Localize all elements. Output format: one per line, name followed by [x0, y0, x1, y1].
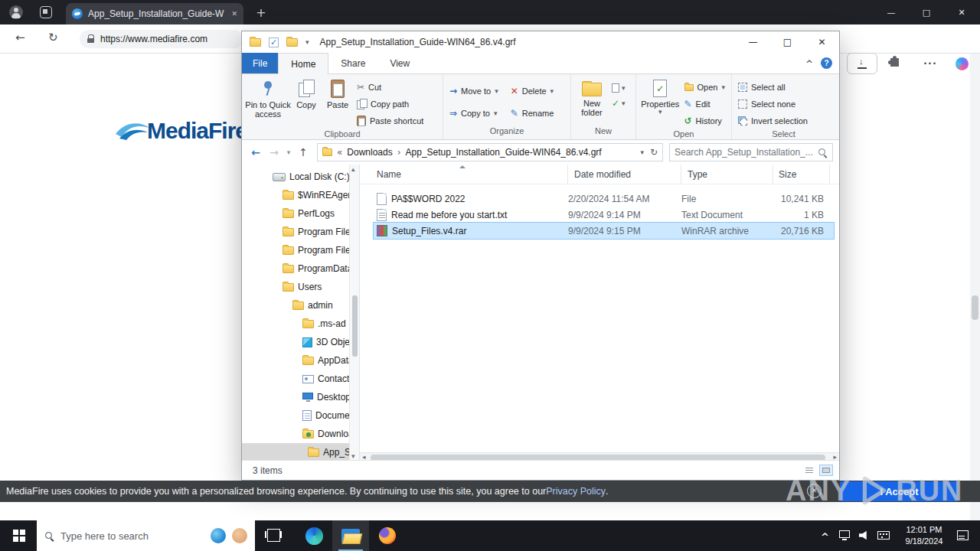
tree-item-program-files-x86[interactable]: Program Files — [242, 241, 349, 259]
task-view-button[interactable] — [265, 529, 282, 542]
avatar-icon[interactable] — [232, 528, 247, 543]
back-button[interactable] — [15, 32, 25, 44]
invert-selection-button[interactable]: Invert selection — [735, 112, 811, 129]
explorer-search-box[interactable] — [669, 143, 833, 161]
folder-icon[interactable] — [250, 38, 261, 47]
breadcrumb-overflow-icon[interactable] — [337, 148, 342, 157]
help-button[interactable]: ? — [821, 57, 832, 69]
tab-share[interactable]: Share — [328, 53, 377, 73]
history-button[interactable]: History — [681, 112, 728, 129]
dismiss-banner-button[interactable] — [807, 484, 822, 498]
edit-button[interactable]: Edit — [681, 96, 728, 112]
privacy-policy-link[interactable]: Privacy Policy — [546, 486, 606, 497]
lock-icon[interactable] — [87, 34, 95, 44]
file-row-password-2022[interactable]: PA$$WORD 2022 2/20/2024 11:54 AM File 10… — [374, 191, 834, 207]
explorer-close-button[interactable] — [818, 37, 825, 47]
extensions-icon[interactable] — [890, 58, 899, 67]
nav-up-button[interactable] — [294, 147, 312, 158]
taskbar-file-explorer-button[interactable] — [332, 520, 369, 551]
tree-scrollbar-thumb[interactable] — [352, 295, 358, 357]
address-refresh-icon[interactable] — [650, 148, 658, 157]
tab-file[interactable]: File — [242, 53, 278, 73]
start-button[interactable] — [8, 520, 31, 551]
nav-back-button[interactable] — [247, 147, 265, 158]
page-scrollbar[interactable] — [970, 54, 980, 520]
select-all-button[interactable]: Select all — [735, 79, 811, 96]
tab-home[interactable]: Home — [278, 53, 328, 74]
taskbar-edge-button[interactable] — [296, 520, 332, 551]
open-button[interactable]: Open — [681, 79, 728, 96]
column-header-date-modified[interactable]: Date modified — [568, 165, 681, 184]
details-view-button[interactable] — [802, 465, 816, 476]
file-row-setup-files-rar[interactable]: Setup_Files.v4.rar 9/9/2024 9:15 PM WinR… — [374, 223, 834, 239]
tab-close-icon[interactable] — [231, 11, 237, 18]
scroll-down-icon[interactable] — [351, 453, 355, 460]
file-row-readme[interactable]: Read me before you start.txt 9/9/2024 9:… — [374, 207, 834, 223]
copy-button[interactable]: Copy — [291, 77, 322, 129]
cut-button[interactable]: Cut — [354, 79, 426, 96]
tab-actions-icon[interactable] — [40, 6, 52, 18]
refresh-button[interactable] — [48, 32, 58, 44]
copilot-icon[interactable] — [956, 57, 969, 70]
taskbar-search-box[interactable] — [37, 520, 255, 551]
taskbar-search-input[interactable] — [60, 530, 204, 542]
easy-access-button[interactable] — [609, 97, 628, 109]
browser-tab[interactable]: App_Setup_Installation_Guide-W — [66, 3, 243, 24]
new-folder-button[interactable]: New folder — [574, 77, 609, 126]
column-header-type[interactable]: Type — [681, 165, 773, 184]
tree-item-documents[interactable]: Documents — [242, 406, 349, 425]
taskbar-firefox-button[interactable] — [369, 520, 406, 551]
paste-shortcut-button[interactable]: Paste shortcut — [354, 112, 426, 129]
window-minimize-button[interactable] — [887, 8, 896, 17]
network-icon[interactable] — [839, 530, 850, 538]
minimize-ribbon-icon[interactable] — [805, 60, 813, 69]
copy-path-button[interactable]: Copy path — [354, 96, 426, 112]
new-tab-button[interactable] — [254, 6, 268, 20]
breadcrumb-downloads[interactable]: Downloads — [347, 147, 392, 158]
volume-icon[interactable] — [859, 530, 869, 540]
nav-forward-button[interactable] — [265, 147, 283, 158]
tree-item-app-setup-selected[interactable]: App_Setu... — [242, 443, 349, 461]
more-menu-button[interactable] — [923, 58, 937, 68]
select-none-button[interactable]: Select none — [735, 96, 811, 112]
explorer-maximize-button[interactable] — [783, 37, 792, 47]
tree-item-downloads[interactable]: Downloads — [242, 425, 349, 443]
tree-scrollbar[interactable] — [349, 165, 359, 461]
tree-item-admin[interactable]: admin — [242, 296, 349, 315]
tree-item-local-disk-c[interactable]: Local Disk (C:) — [242, 168, 349, 186]
explorer-search-input[interactable] — [675, 147, 818, 158]
globe-icon[interactable] — [211, 528, 226, 543]
accept-cookies-button[interactable]: I Accept — [840, 481, 959, 501]
breadcrumb-current[interactable]: App_Setup_Installation_Guide-WIN64_86.v4… — [406, 147, 602, 158]
column-header-name[interactable]: Name — [360, 165, 568, 184]
delete-button[interactable]: Delete — [508, 81, 557, 101]
action-center-icon[interactable] — [957, 530, 969, 540]
properties-button[interactable]: Properties — [639, 77, 681, 129]
tree-item-users[interactable]: Users — [242, 278, 349, 296]
check-icon[interactable] — [269, 37, 279, 47]
window-close-button[interactable] — [958, 8, 965, 17]
page-scrollbar-thumb[interactable] — [972, 295, 978, 320]
pin-to-quick-access-button[interactable]: Pin to Quick access — [245, 77, 291, 129]
taskbar-clock[interactable]: 12:01 PM 9/18/2024 — [897, 524, 951, 547]
tree-item-appdata[interactable]: AppData — [242, 351, 349, 370]
copy-to-button[interactable]: Copy to — [446, 103, 501, 123]
nav-recent-dropdown-icon[interactable] — [283, 149, 294, 156]
tray-expand-icon[interactable] — [821, 532, 829, 542]
window-maximize-button[interactable] — [923, 8, 930, 17]
qat-dropdown-icon[interactable] — [305, 39, 309, 46]
address-dropdown-icon[interactable] — [640, 149, 644, 156]
tree-item-winreagent[interactable]: $WinREAgent — [242, 186, 349, 204]
search-icon[interactable] — [818, 148, 828, 158]
tree-item-ms-ad[interactable]: .ms-ad — [242, 315, 349, 333]
profile-avatar[interactable] — [9, 5, 23, 19]
tree-item-desktop[interactable]: Desktop — [242, 388, 349, 406]
keyboard-icon[interactable] — [877, 531, 890, 540]
tree-item-programdata[interactable]: ProgramData — [242, 259, 349, 278]
tree-item-contacts[interactable]: Contacts — [242, 370, 349, 388]
tab-view[interactable]: View — [377, 53, 422, 73]
move-to-button[interactable]: Move to — [446, 81, 501, 101]
folder-icon[interactable] — [286, 38, 298, 47]
downloads-button[interactable] — [847, 53, 877, 74]
tree-item-3d-objects[interactable]: 3D Objects — [242, 333, 349, 351]
